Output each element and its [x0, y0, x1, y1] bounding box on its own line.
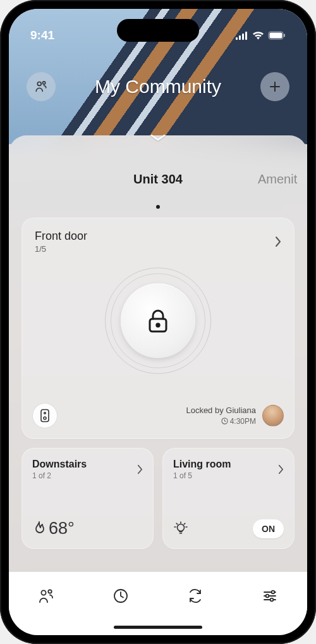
- phone-frame: 9:41 My Community: [0, 0, 316, 644]
- svg-point-12: [44, 412, 46, 414]
- card-title: Living room: [173, 459, 231, 470]
- svg-point-10: [157, 324, 159, 326]
- svg-rect-0: [236, 37, 238, 40]
- screen: 9:41 My Community: [9, 9, 307, 635]
- svg-rect-2: [242, 34, 244, 40]
- svg-rect-3: [245, 32, 247, 40]
- lightbulb-icon: [173, 521, 188, 537]
- svg-point-15: [178, 524, 185, 531]
- card-downstairs[interactable]: Downstairs 1 of 2: [21, 448, 154, 549]
- tabs[interactable]: Unit 304 Amenit: [9, 172, 307, 197]
- nav-sync[interactable]: [185, 586, 205, 606]
- svg-rect-1: [239, 35, 241, 40]
- flame-icon: [32, 521, 46, 537]
- wifi-icon: [252, 31, 264, 40]
- toggle-state: ON: [262, 524, 275, 534]
- chevron-right-icon: [278, 464, 284, 474]
- locked-by-label: Locked by Giuliana: [186, 405, 256, 416]
- svg-point-21: [270, 598, 274, 602]
- locked-time: 4:30PM: [230, 416, 256, 426]
- svg-point-7: [37, 82, 41, 85]
- chevron-right-icon: [137, 464, 143, 474]
- notch: [117, 19, 199, 42]
- svg-rect-6: [284, 34, 285, 37]
- clock-icon: [112, 587, 130, 605]
- svg-point-13: [44, 417, 46, 419]
- tab-amenities[interactable]: Amenit: [246, 172, 307, 187]
- status-time: 9:41: [30, 28, 54, 42]
- temperature-value: 68°: [49, 519, 75, 538]
- card-count: 1 of 2: [32, 471, 87, 480]
- chevron-down-icon[interactable]: [149, 132, 167, 142]
- lock-icon: [147, 307, 169, 334]
- svg-point-8: [42, 82, 45, 84]
- home-indicator[interactable]: [114, 626, 202, 629]
- sliders-icon: [261, 587, 279, 605]
- bottom-nav: [9, 572, 307, 635]
- card-count: 1 of 5: [173, 471, 231, 480]
- card-living-room[interactable]: Living room 1 of 5: [162, 448, 295, 549]
- page-indicator: [9, 200, 307, 211]
- clock-icon: [221, 418, 228, 424]
- battery-icon: [268, 31, 286, 40]
- svg-point-19: [272, 591, 275, 594]
- page-title: My Community: [95, 76, 221, 97]
- plus-icon: [269, 80, 281, 93]
- nav-activity[interactable]: [111, 586, 131, 606]
- tab-unit[interactable]: Unit 304: [122, 172, 194, 187]
- card-title: Downstairs: [32, 459, 87, 470]
- people-icon: [37, 587, 55, 605]
- card-front-door[interactable]: Front door 1/5: [21, 218, 295, 439]
- nav-people[interactable]: [36, 586, 56, 606]
- cellular-icon: [236, 32, 248, 40]
- profile-button[interactable]: [27, 72, 56, 101]
- card-count: 1/5: [35, 244, 87, 254]
- intercom-icon: [40, 409, 50, 423]
- avatar[interactable]: [262, 405, 284, 426]
- svg-rect-5: [270, 33, 283, 39]
- content-sheet: Unit 304 Amenit Front door 1/5: [9, 135, 307, 635]
- svg-point-20: [266, 595, 269, 598]
- lock-status: Locked by Giuliana 4:30PM: [186, 405, 284, 426]
- intercom-button[interactable]: [32, 403, 58, 428]
- light-toggle[interactable]: ON: [253, 519, 284, 538]
- nav-settings[interactable]: [260, 586, 280, 606]
- lock-control[interactable]: [105, 268, 211, 374]
- chevron-right-icon: [275, 236, 281, 247]
- sync-icon: [186, 587, 204, 605]
- header: My Community: [9, 72, 307, 101]
- person-icon: [34, 80, 48, 94]
- svg-point-17: [48, 590, 51, 593]
- add-button[interactable]: [260, 72, 289, 101]
- card-title: Front door: [35, 230, 87, 243]
- svg-point-16: [41, 590, 46, 595]
